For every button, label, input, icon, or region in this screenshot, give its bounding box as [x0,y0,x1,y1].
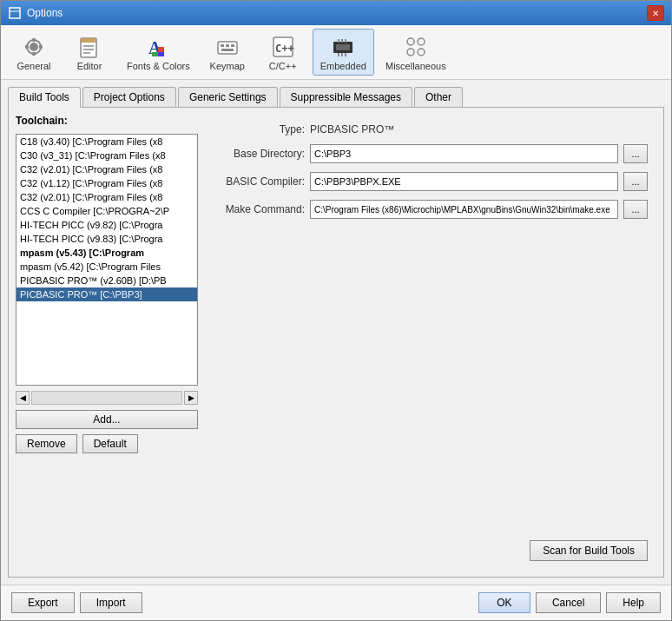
content-area: Build Tools Project Options Generic Sett… [1,80,671,585]
toolbar-general-label: General [16,61,50,71]
type-label: Type: [214,123,305,135]
toolbar-general[interactable]: General [8,29,60,76]
svg-rect-21 [221,49,234,51]
type-row: Type: PICBASIC PRO™ [214,123,648,135]
scroll-left-arrow[interactable]: ◀ [16,391,30,405]
svg-rect-30 [341,53,343,56]
svg-rect-14 [158,47,164,53]
keymap-icon [214,33,241,61]
make-command-input[interactable] [310,200,618,219]
svg-point-2 [30,43,38,51]
list-item[interactable]: CCS C Compiler [C:\PROGRA~2\P [16,204,197,218]
svg-rect-20 [231,44,234,47]
right-panel: Type: PICBASIC PRO™ Base Directory: ... … [205,115,656,570]
svg-point-35 [418,49,425,56]
horizontal-scrollbar[interactable]: ◀ ▶ [16,391,198,405]
add-button[interactable]: Add... [16,410,198,429]
toolbar: General Editor A [1,25,671,80]
list-item[interactable]: C18 (v3.40) [C:\Program Files (x8 [16,135,197,149]
left-panel: Toolchain: C18 (v3.40) [C:\Program Files… [16,115,198,570]
toolbar-fonts-colors[interactable]: A Fonts & Colors [119,29,198,76]
scan-row: Scan for Build Tools [214,540,648,561]
toolbar-embedded[interactable]: Embedded [313,29,374,76]
basic-compiler-browse-button[interactable]: ... [623,172,648,191]
options-window: Options ✕ General [0,0,672,621]
svg-rect-5 [32,52,36,56]
list-item[interactable]: C32 (v1.12) [C:\Program Files (x8 [16,176,197,190]
action-left-buttons: Export Import [11,592,142,613]
scan-build-tools-button[interactable]: Scan for Build Tools [530,540,648,561]
list-item[interactable]: mpasm (v5.42) [C:\Program Files [16,260,197,274]
toolbar-miscellaneous[interactable]: Miscellaneous [378,29,454,76]
basic-compiler-label: BASIC Compiler: [214,175,305,188]
action-bar: Export Import OK Cancel Help [1,585,671,620]
list-item[interactable]: PICBASIC PRO™ (v2.60B) [D:\PB [16,274,197,287]
svg-rect-25 [336,44,350,50]
window-title: Options [27,7,647,19]
tab-build-tools[interactable]: Build Tools [8,87,81,108]
close-button[interactable]: ✕ [647,5,664,21]
type-value: PICBASIC PRO™ [310,123,394,135]
scroll-track[interactable] [31,391,182,405]
tab-suppressible-messages[interactable]: Suppressible Messages [280,87,412,107]
general-icon [20,33,48,61]
cancel-button[interactable]: Cancel [536,592,601,613]
remove-button[interactable]: Remove [16,434,77,453]
base-dir-row: Base Directory: ... [214,144,648,163]
tab-content-build-tools: Toolchain: C18 (v3.40) [C:\Program Files… [8,108,664,578]
ok-button[interactable]: OK [478,592,530,613]
tab-other[interactable]: Other [414,87,463,107]
cpp-icon: C++ [269,33,297,61]
toolbar-cpp-label: C/C++ [269,61,297,71]
window-icon [8,6,22,20]
basic-compiler-input[interactable] [310,172,618,191]
list-item[interactable]: C30 (v3_31) [C:\Program Files (x8 [16,149,197,162]
svg-point-34 [407,49,414,56]
svg-text:C++: C++ [275,43,294,55]
svg-rect-28 [345,39,346,43]
tab-generic-settings[interactable]: Generic Settings [178,87,278,107]
default-button[interactable]: Default [82,434,138,453]
toolchain-list[interactable]: C18 (v3.40) [C:\Program Files (x8 C30 (v… [16,134,198,386]
tab-bar: Build Tools Project Options Generic Sett… [8,87,664,108]
list-item[interactable]: HI-TECH PICC (v9.82) [C:\Progra [16,218,197,232]
list-item-selected[interactable]: PICBASIC PRO™ [C:\PBP3] [16,287,197,301]
toolbar-cpp[interactable]: C++ C/C++ [257,29,309,76]
toolchain-label: Toolchain: [16,115,198,127]
svg-rect-19 [226,44,229,47]
svg-rect-27 [341,39,343,43]
list-item[interactable]: C32 (v2.01) [C:\Program Files (x8 [16,162,197,176]
miscellaneous-icon [402,33,430,61]
list-item[interactable]: C32 (v2.01) [C:\Program Files (x8 [16,190,197,204]
spacer [214,228,648,532]
base-dir-browse-button[interactable]: ... [623,144,648,163]
svg-rect-31 [345,53,346,56]
toolbar-fonts-colors-label: Fonts & Colors [127,61,190,71]
svg-rect-18 [221,44,224,47]
tab-project-options[interactable]: Project Options [82,87,176,107]
help-button[interactable]: Help [606,592,661,613]
list-item[interactable]: mpasm (v5.43) [C:\Program [16,246,197,260]
base-dir-input[interactable] [310,144,618,163]
svg-point-33 [418,38,425,45]
svg-rect-7 [39,45,43,49]
list-item[interactable]: HI-TECH PICC (v9.83) [C:\Progra [16,232,197,246]
make-command-row: Make Command: ... [214,200,648,219]
svg-rect-6 [25,45,29,49]
editor-icon [76,33,103,61]
titlebar: Options ✕ [1,1,671,25]
export-button[interactable]: Export [11,592,75,613]
toolbar-editor-label: Editor [77,61,102,71]
base-dir-label: Base Directory: [214,148,305,160]
basic-compiler-row: BASIC Compiler: ... [214,172,648,191]
svg-point-32 [407,38,414,45]
toolbar-embedded-label: Embedded [320,61,366,71]
toolbar-miscellaneous-label: Miscellaneous [385,61,446,71]
make-command-browse-button[interactable]: ... [623,200,648,219]
import-button[interactable]: Import [80,592,142,613]
svg-rect-26 [338,39,339,43]
toolbar-editor[interactable]: Editor [63,29,115,76]
svg-rect-17 [218,42,237,54]
scroll-right-arrow[interactable]: ▶ [184,391,198,405]
toolbar-keymap[interactable]: Keymap [201,29,254,76]
